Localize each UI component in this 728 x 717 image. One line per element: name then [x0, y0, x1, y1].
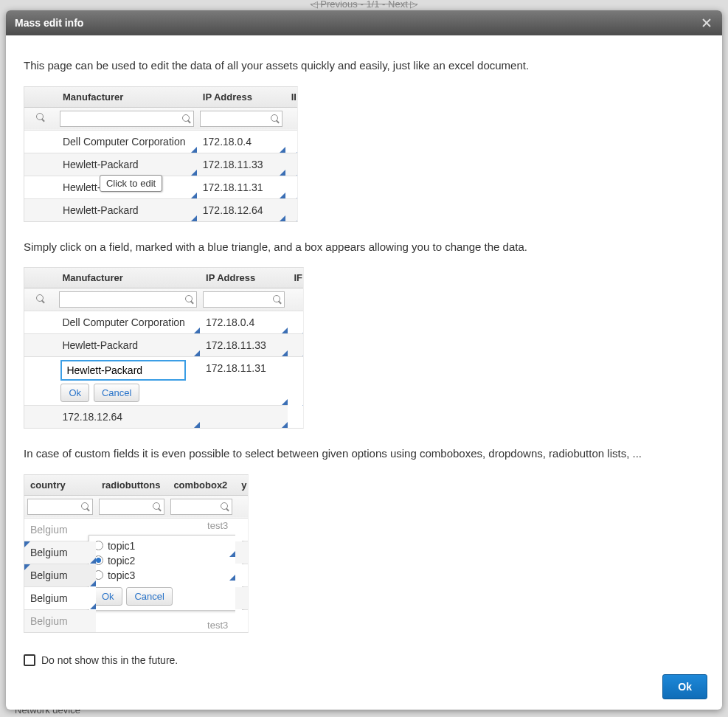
radio-editor: topic1 topic2 topic3 Ok Cancel — [89, 535, 243, 611]
mass-edit-dialog: Mass edit info This page can be used to … — [6, 10, 722, 710]
click-to-edit-tooltip: Click to edit — [100, 175, 162, 192]
suppress-row[interactable]: Do not show this in the future. — [24, 654, 704, 666]
intro-paragraph-2: Simply click on a field, marked with a b… — [24, 239, 704, 256]
radio-option[interactable]: topic2 — [94, 553, 238, 568]
edit-input[interactable] — [60, 360, 186, 381]
dialog-title: Mass edit info — [15, 17, 700, 29]
filter-ip[interactable] — [203, 291, 285, 308]
cell[interactable]: 172.18.0.4 — [197, 130, 285, 153]
intro-paragraph-3: In case of custom fields it is even poss… — [24, 446, 704, 463]
cell[interactable]: Belgium — [24, 564, 96, 586]
cell[interactable]: Hewlett-Click to edit — [57, 176, 197, 198]
filter-combo[interactable] — [170, 499, 232, 515]
sample-table-3: country radiobuttons combobox2 y Belgium — [24, 474, 249, 633]
col-manufacturer: Manufacturer — [57, 87, 197, 108]
col-ip: IP Address — [200, 268, 288, 288]
cell[interactable]: 172.18.11.31 — [200, 357, 288, 406]
search-icon — [220, 502, 230, 512]
search-icon — [184, 294, 195, 305]
search-icon — [35, 112, 46, 122]
cell[interactable]: Belgium — [24, 518, 96, 541]
cell[interactable]: Dell Computer Corporation — [57, 130, 197, 153]
col-3: IF — [288, 268, 304, 288]
dialog-footer: Ok — [6, 668, 722, 710]
col-combobox2: combobox2 — [167, 475, 235, 496]
cell[interactable]: Hewlett-Packard — [57, 153, 197, 176]
col-4: y — [235, 475, 249, 496]
ok-button[interactable]: Ok — [60, 384, 89, 402]
search-icon — [270, 114, 280, 124]
dialog-body: This page can be used to edit the data o… — [6, 35, 722, 668]
radio-option[interactable]: topic1 — [94, 538, 238, 553]
col-manufacturer: Manufacturer — [56, 268, 200, 288]
radio-option[interactable]: topic3 — [94, 568, 238, 583]
cell: test3 — [207, 520, 228, 531]
col-radiobuttons: radiobuttons — [96, 475, 167, 496]
cell[interactable]: 172.18.11.33 — [200, 334, 288, 357]
cell[interactable]: Hewlett-Packard — [56, 334, 200, 357]
search-icon — [272, 294, 282, 305]
filter-country[interactable] — [27, 499, 93, 515]
cell[interactable]: Hewlett-Packard — [57, 198, 197, 221]
ok-button[interactable]: Ok — [94, 587, 122, 606]
cell[interactable]: 172.18.12.64 — [56, 406, 200, 429]
background-pager: ◁ Previous - 1/1 - Next ▷ — [311, 0, 418, 10]
filter-manufacturer[interactable] — [59, 291, 197, 308]
close-icon[interactable] — [700, 16, 713, 30]
suppress-label: Do not show this in the future. — [41, 654, 178, 666]
filter-ip[interactable] — [200, 111, 282, 127]
cell[interactable]: 172.18.11.31 — [197, 176, 285, 198]
col-3: II — [285, 87, 298, 108]
cancel-button[interactable]: Cancel — [94, 384, 139, 402]
intro-paragraph-1: This page can be used to edit the data o… — [24, 58, 704, 75]
cell[interactable]: 172.18.12.64 — [197, 198, 285, 221]
search-icon — [152, 502, 162, 512]
cancel-button[interactable]: Cancel — [126, 587, 172, 606]
cell[interactable]: Belgium — [24, 541, 96, 564]
cell: test3 — [207, 620, 228, 631]
ok-button[interactable]: Ok — [662, 674, 707, 699]
search-icon — [35, 294, 46, 304]
filter-icon[interactable] — [24, 288, 56, 311]
sample-table-1: Manufacturer IP Address II Dell Computer… — [24, 86, 298, 222]
filter-icon[interactable] — [24, 107, 57, 130]
filter-radio[interactable] — [99, 499, 164, 515]
checkbox-icon[interactable] — [24, 654, 35, 666]
sample-table-2: Manufacturer IP Address IF Dell Computer… — [24, 267, 304, 429]
cell[interactable]: Belgium — [24, 586, 96, 609]
search-icon — [80, 502, 91, 512]
col-country: country — [24, 475, 96, 496]
cell[interactable]: Belgium — [24, 609, 96, 632]
col-ip: IP Address — [197, 87, 285, 108]
cell[interactable]: Dell Computer Corporation — [56, 311, 200, 334]
cell[interactable]: 172.18.11.33 — [197, 153, 285, 176]
filter-manufacturer[interactable] — [60, 111, 194, 127]
editing-cell[interactable]: Ok Cancel — [56, 357, 200, 406]
cell[interactable]: 172.18.0.4 — [200, 311, 288, 334]
search-icon — [181, 114, 192, 124]
dialog-header: Mass edit info — [6, 10, 722, 35]
